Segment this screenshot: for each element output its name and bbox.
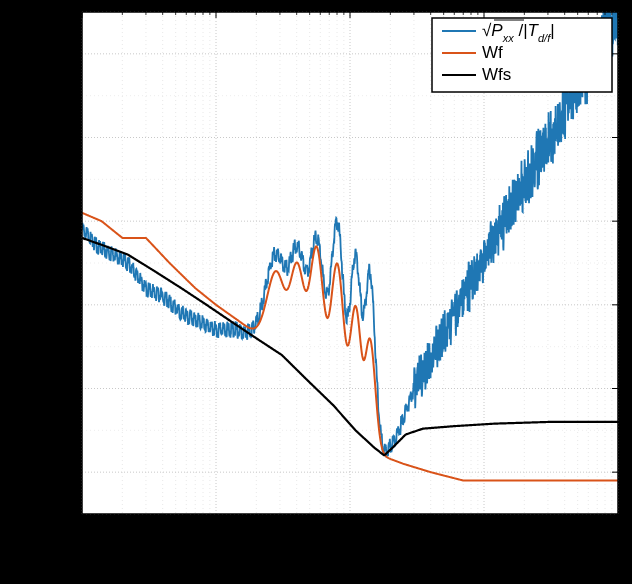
ytick-label: 10 (54, 129, 72, 146)
legend: √Pxx /|Td/f|WfWfs (432, 18, 612, 92)
chart-svg: 10-1100101102103-30-20-1001020Frequency … (0, 0, 632, 584)
legend-entry: Wf (482, 43, 503, 62)
chart-root: 10-1100101102103-30-20-1001020Frequency … (0, 0, 632, 584)
ytick-label: -30 (49, 463, 72, 480)
x-axis-label: Frequency [Hz] (289, 546, 411, 566)
ytick-label: -10 (49, 296, 72, 313)
legend-entry: Wfs (482, 65, 511, 84)
xtick-label: 100 (204, 522, 228, 541)
xtick-label: 103 (606, 522, 630, 541)
y-axis-label: Magnitude (db) (normalized) (11, 150, 31, 376)
ytick-label: 0 (63, 212, 72, 229)
ytick-label: -20 (49, 380, 72, 397)
xtick-label: 10-1 (68, 522, 96, 541)
ytick-label: 20 (54, 45, 72, 62)
xtick-label: 101 (338, 522, 362, 541)
xtick-label: 102 (472, 522, 496, 541)
